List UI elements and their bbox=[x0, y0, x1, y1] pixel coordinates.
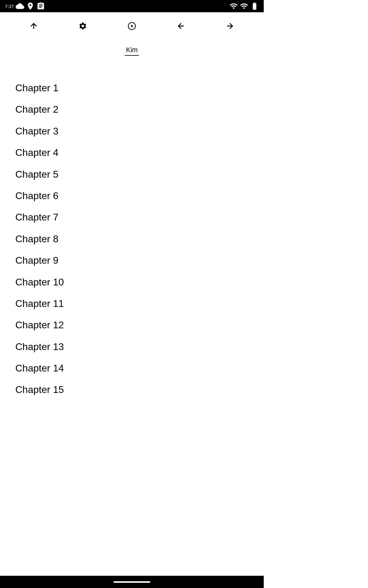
settings-button[interactable] bbox=[75, 18, 90, 34]
chapter-item[interactable]: Chapter 8 bbox=[15, 228, 248, 250]
status-bar: 7:37 bbox=[0, 0, 264, 12]
signal-icon bbox=[240, 2, 248, 10]
play-icon bbox=[128, 22, 136, 30]
battery-icon bbox=[250, 2, 259, 10]
chapter-item[interactable]: Chapter 6 bbox=[15, 185, 248, 206]
location-icon bbox=[26, 2, 35, 10]
play-button[interactable] bbox=[124, 18, 140, 34]
wifi-icon bbox=[229, 2, 238, 10]
chapter-list: Chapter 1Chapter 2Chapter 3Chapter 4Chap… bbox=[0, 59, 264, 413]
chapter-item[interactable]: Chapter 14 bbox=[15, 357, 248, 379]
up-arrow-button[interactable] bbox=[26, 18, 41, 34]
chapter-item[interactable]: Chapter 10 bbox=[15, 271, 248, 293]
time-display: 7:37 bbox=[5, 4, 14, 9]
up-arrow-icon bbox=[29, 22, 38, 30]
forward-button[interactable] bbox=[222, 18, 238, 34]
status-right bbox=[229, 2, 259, 10]
chapter-item[interactable]: Chapter 1 bbox=[15, 77, 248, 99]
svg-marker-2 bbox=[131, 24, 133, 27]
cloud-icon bbox=[16, 2, 24, 10]
chapter-item[interactable]: Chapter 2 bbox=[15, 99, 248, 120]
chapter-item[interactable]: Chapter 11 bbox=[15, 293, 248, 314]
toolbar bbox=[0, 12, 264, 40]
chapter-item[interactable]: Chapter 15 bbox=[15, 379, 248, 400]
chapter-item[interactable]: Chapter 4 bbox=[15, 142, 248, 163]
chapter-item[interactable]: Chapter 9 bbox=[15, 250, 248, 271]
book-title: Kim bbox=[125, 46, 139, 56]
clipboard-icon bbox=[36, 2, 45, 10]
title-area: Kim bbox=[0, 40, 264, 59]
status-left: 7:37 bbox=[5, 2, 45, 10]
chapter-item[interactable]: Chapter 3 bbox=[15, 120, 248, 142]
chapter-item[interactable]: Chapter 7 bbox=[15, 206, 248, 228]
bottom-handle bbox=[113, 581, 150, 583]
gear-icon bbox=[79, 22, 87, 30]
bottom-bar bbox=[0, 576, 264, 588]
forward-arrow-icon bbox=[226, 22, 234, 30]
back-button[interactable] bbox=[173, 18, 189, 34]
chapter-item[interactable]: Chapter 5 bbox=[15, 164, 248, 185]
back-arrow-icon bbox=[177, 22, 185, 30]
chapter-item[interactable]: Chapter 12 bbox=[15, 314, 248, 336]
chapter-item[interactable]: Chapter 13 bbox=[15, 336, 248, 357]
